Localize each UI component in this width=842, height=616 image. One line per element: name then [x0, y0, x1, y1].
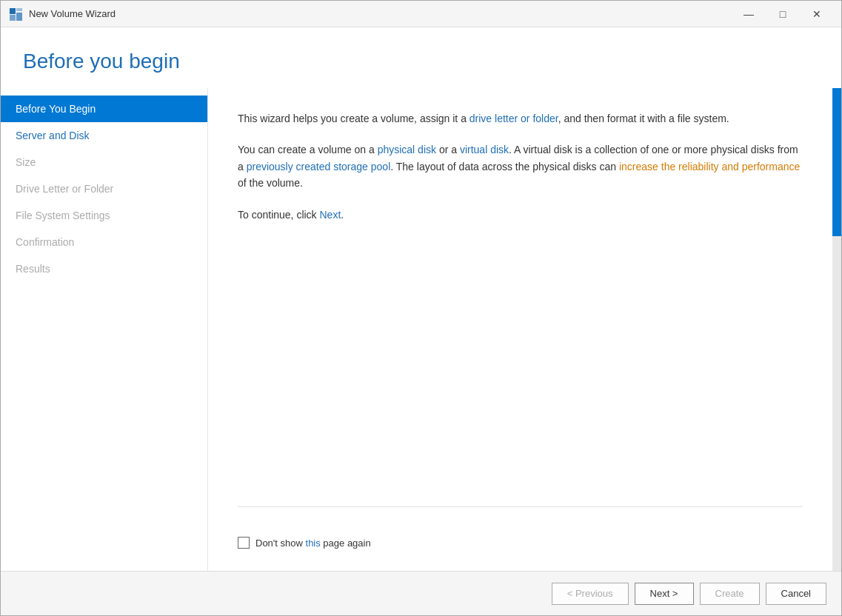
paragraph-3: To continue, click Next.	[238, 207, 803, 223]
sidebar-item-confirmation: Confirmation	[1, 229, 207, 255]
wizard-window: New Volume Wizard — □ ✕ Before you begin…	[0, 0, 842, 616]
svg-rect-3	[16, 13, 22, 21]
sidebar-item-results: Results	[1, 255, 207, 282]
title-bar: New Volume Wizard — □ ✕	[1, 1, 841, 27]
window-title: New Volume Wizard	[29, 8, 116, 19]
sidebar-item-server-and-disk[interactable]: Server and Disk	[1, 122, 207, 149]
minimize-button[interactable]: —	[732, 2, 766, 26]
svg-rect-2	[16, 8, 22, 11]
cancel-button[interactable]: Cancel	[766, 583, 826, 605]
maximize-button[interactable]: □	[766, 2, 800, 26]
sidebar-item-file-system-settings: File System Settings	[1, 202, 207, 229]
sidebar-item-size: Size	[1, 149, 207, 175]
window-icon	[8, 7, 23, 21]
paragraph-2: You can create a volume on a physical di…	[238, 141, 803, 191]
create-button[interactable]: Create	[700, 583, 760, 605]
main-content: Before you begin Before You Begin Server…	[1, 27, 841, 615]
dont-show-label[interactable]: Don't show this page again	[255, 538, 371, 549]
wizard-body: Before You Begin Server and Disk Size Dr…	[1, 88, 841, 571]
content-panel: This wizard helps you create a volume, a…	[208, 88, 832, 571]
wizard-header: Before you begin	[1, 27, 841, 88]
scrollbar-thumb[interactable]	[832, 88, 841, 236]
previous-button[interactable]: < Previous	[552, 583, 629, 605]
dont-show-checkbox[interactable]	[238, 537, 250, 549]
paragraph-1: This wizard helps you create a volume, a…	[238, 110, 803, 127]
window-controls: — □ ✕	[732, 2, 834, 26]
svg-rect-0	[10, 8, 16, 14]
content-bottom: Don't show this page again	[238, 506, 803, 549]
sidebar-item-drive-letter-or-folder: Drive Letter or Folder	[1, 175, 207, 202]
svg-rect-1	[10, 15, 16, 21]
content-wrapper: This wizard helps you create a volume, a…	[238, 110, 803, 549]
scrollbar[interactable]	[832, 88, 841, 571]
wizard-footer: < Previous Next > Create Cancel	[1, 571, 841, 615]
content-body: This wizard helps you create a volume, a…	[238, 110, 803, 484]
sidebar: Before You Begin Server and Disk Size Dr…	[1, 88, 208, 571]
title-bar-left: New Volume Wizard	[8, 7, 116, 21]
next-button[interactable]: Next >	[635, 583, 694, 605]
close-button[interactable]: ✕	[800, 2, 834, 26]
sidebar-item-before-you-begin[interactable]: Before You Begin	[1, 96, 207, 122]
checkbox-container: Don't show this page again	[238, 537, 803, 549]
page-title: Before you begin	[23, 50, 819, 73]
